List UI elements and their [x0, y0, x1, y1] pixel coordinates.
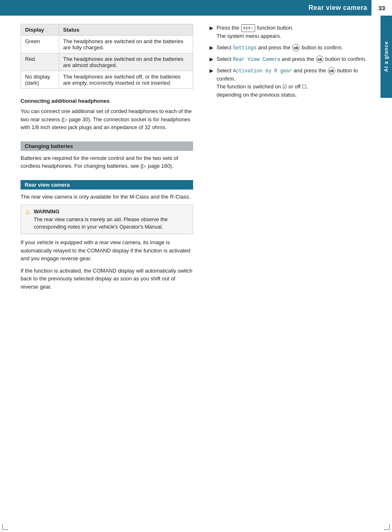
changing-batteries-bar: Changing batteries — [21, 141, 193, 151]
ok-button-4: ok — [328, 67, 335, 74]
table-cell-status-0: The headphones are switched on and the b… — [59, 36, 193, 53]
bullet-item-2: ▶ Select Settings and press the ok butto… — [210, 44, 369, 52]
checkbox-empty: ☐ — [302, 84, 307, 90]
ok-button-3: ok — [316, 56, 323, 63]
table-cell-status-2: The headphones are switched off, or the … — [59, 71, 193, 89]
checkbox-checked: ☑ — [282, 84, 287, 90]
rear-view-camera-body1: If your vehicle is equipped with a rear … — [21, 238, 193, 263]
table-row: No display (dark) The headphones are swi… — [21, 71, 193, 89]
bullet-item-3: ▶ Select Rear View Camera and press the … — [210, 55, 369, 63]
table-cell-display-1: Red — [21, 53, 59, 71]
status-table: Display Status Green The headphones are … — [21, 24, 193, 89]
header-bar: Rear view camera 33 — [0, 0, 392, 16]
rear-view-camera-link: Rear View Camera — [233, 57, 280, 62]
table-cell-status-1: The headphones are switched on and the b… — [59, 53, 193, 71]
left-column: Display Status Green The headphones are … — [21, 24, 193, 295]
warning-text: The rear view camera is merely an aid. P… — [34, 216, 189, 231]
table-header-display: Display — [21, 24, 59, 36]
table-cell-display-0: Green — [21, 36, 59, 53]
settings-link: Settings — [233, 45, 257, 51]
bullet-arrow-4: ▶ — [210, 67, 213, 74]
warning-icon: ⚠ — [25, 209, 30, 215]
warning-content: WARNING The rear view camera is merely a… — [34, 208, 189, 231]
bullet-item-4: ▶ Select Activation by R gear and press … — [210, 67, 369, 99]
right-column: ▶ Press the sys○ function button. The sy… — [205, 24, 369, 295]
table-row: Red The headphones are switched on and t… — [21, 53, 193, 71]
corner-bl — [2, 524, 8, 530]
connecting-headphones-body: You can connect one additional set of co… — [21, 107, 193, 132]
side-tab-label: At a glance — [383, 41, 389, 72]
warning-title: WARNING — [34, 208, 189, 215]
page-number: 33 — [371, 0, 392, 16]
warning-box: ⚠ WARNING The rear view camera is merely… — [21, 205, 193, 234]
rear-view-camera-body2: If the function is activated, the COMAND… — [21, 267, 193, 291]
page-title: Rear view camera — [309, 4, 367, 12]
bullet-arrow-1: ▶ — [210, 24, 213, 32]
changing-batteries-body: Batteries are required for the remote co… — [21, 154, 193, 170]
table-header-status: Status — [59, 24, 193, 36]
bullet-item-1: ▶ Press the sys○ function button. The sy… — [210, 24, 369, 40]
bullet-arrow-2: ▶ — [210, 44, 213, 51]
table-cell-display-2: No display (dark) — [21, 71, 59, 89]
corner-br — [384, 524, 390, 530]
bullet-text-1: Press the sys○ function button. The syst… — [217, 24, 293, 40]
sys-button: sys○ — [241, 24, 255, 32]
bullet-text-3: Select Rear View Camera and press the ok… — [217, 55, 367, 63]
activation-link: Activation by R gear — [233, 68, 292, 74]
bullet-text-2: Select Settings and press the ok button … — [217, 44, 343, 52]
connecting-headphones-heading: Connecting additional headphones — [21, 98, 193, 104]
side-tab: At a glance — [380, 16, 392, 98]
main-content: Display Status Green The headphones are … — [0, 16, 392, 303]
bullet-text-4: Select Activation by R gear and press th… — [217, 67, 369, 99]
rear-view-camera-bar: Rear view camera — [21, 180, 193, 190]
table-row: Green The headphones are switched on and… — [21, 36, 193, 53]
rear-view-camera-intro: The rear view camera is only available f… — [21, 193, 193, 201]
ok-button-2: ok — [292, 44, 300, 51]
bullet-arrow-3: ▶ — [210, 56, 213, 63]
